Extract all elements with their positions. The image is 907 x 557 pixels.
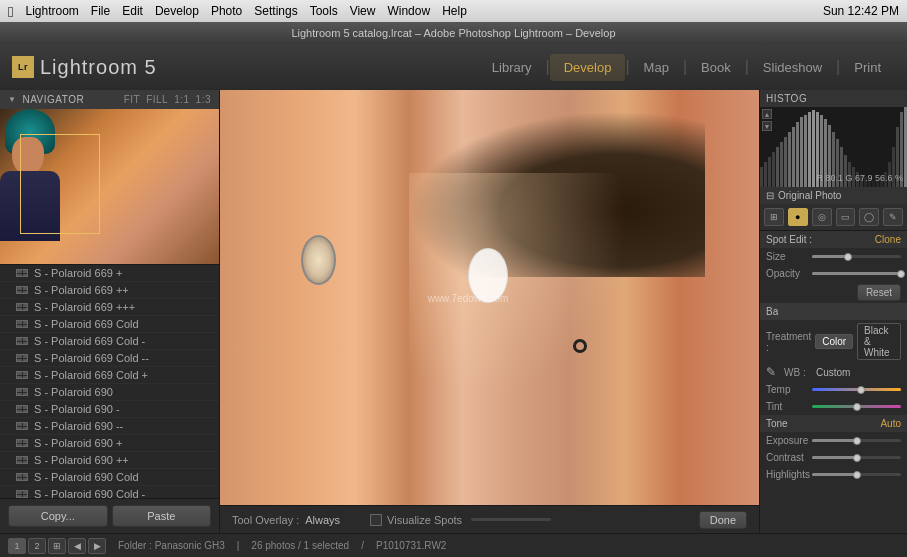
auto-label[interactable]: Auto <box>880 418 901 429</box>
navigator-preview[interactable] <box>0 109 219 264</box>
tint-slider[interactable] <box>812 405 901 408</box>
highlights-slider-thumb[interactable] <box>853 471 861 479</box>
preset-item[interactable]: S - Polaroid 690 - <box>0 401 219 418</box>
reset-button[interactable]: Reset <box>857 284 901 301</box>
wb-value[interactable]: Custom <box>816 367 850 378</box>
preset-icon <box>16 422 28 430</box>
preset-icon <box>16 473 28 481</box>
graduated-filter-icon[interactable]: ▭ <box>836 208 856 226</box>
main-image-area[interactable]: www.7edown.com <box>220 90 759 505</box>
nav-slideshow[interactable]: Slideshow <box>749 54 836 81</box>
preset-label: S - Polaroid 690 + <box>34 437 122 449</box>
right-panel: Histog ▲ ▼ <box>759 90 907 533</box>
temp-slider-thumb[interactable] <box>857 386 865 394</box>
size-slider[interactable] <box>812 255 901 258</box>
folder-label: Folder : Panasonic GH3 <box>118 540 225 551</box>
spot-edit-section: Spot Edit : Clone <box>760 231 907 248</box>
filmstrip-next-btn[interactable]: ▶ <box>88 538 106 554</box>
adjustment-brush-icon[interactable]: ✎ <box>883 208 903 226</box>
svg-rect-8 <box>792 127 795 187</box>
red-eye-tool-icon[interactable]: ◎ <box>812 208 832 226</box>
histogram-header: Histog <box>760 90 907 107</box>
menu-develop[interactable]: Develop <box>155 4 199 18</box>
highlights-slider[interactable] <box>812 473 901 476</box>
size-slider-thumb[interactable] <box>844 253 852 261</box>
size-slider-row: Size <box>760 248 907 265</box>
preset-item[interactable]: S - Polaroid 669 Cold - <box>0 333 219 350</box>
menu-tools[interactable]: Tools <box>310 4 338 18</box>
contrast-slider[interactable] <box>812 456 901 459</box>
copy-button[interactable]: Copy... <box>8 505 108 527</box>
temp-slider[interactable] <box>812 388 901 391</box>
preset-item[interactable]: S - Polaroid 690 Cold <box>0 469 219 486</box>
navigator-collapse-icon[interactable]: ▼ <box>8 95 16 104</box>
preset-label: S - Polaroid 669 ++ <box>34 284 129 296</box>
opacity-slider-thumb[interactable] <box>897 270 905 278</box>
preset-item[interactable]: S - Polaroid 669 ++ <box>0 282 219 299</box>
preset-item[interactable]: S - Polaroid 690 ++ <box>0 452 219 469</box>
filmstrip-btn-1[interactable]: 1 <box>8 538 26 554</box>
crop-tool-icon[interactable]: ⊞ <box>764 208 784 226</box>
bw-treatment-btn[interactable]: Black & White <box>857 323 901 360</box>
svg-rect-12 <box>808 112 811 187</box>
module-nav: Library | Develop | Map | Book | Slidesh… <box>478 54 895 81</box>
menu-help[interactable]: Help <box>442 4 467 18</box>
opacity-slider[interactable] <box>812 272 901 275</box>
preset-item[interactable]: S - Polaroid 669 Cold -- <box>0 350 219 367</box>
tone-label: Tone <box>766 418 788 429</box>
presets-list: S - Polaroid 669 +S - Polaroid 669 ++S -… <box>0 265 219 498</box>
preset-item[interactable]: S - Polaroid 690 <box>0 384 219 401</box>
filmstrip-grid-btn[interactable]: ⊞ <box>48 538 66 554</box>
visualize-spots-slider[interactable] <box>471 518 551 521</box>
nav-library[interactable]: Library <box>478 54 546 81</box>
menu-edit[interactable]: Edit <box>122 4 143 18</box>
svg-rect-1 <box>764 162 767 187</box>
nav-fill-btn[interactable]: FILL <box>146 94 168 105</box>
exposure-slider-thumb[interactable] <box>853 437 861 445</box>
preset-item[interactable]: S - Polaroid 690 + <box>0 435 219 452</box>
nav-print[interactable]: Print <box>840 54 895 81</box>
preset-item[interactable]: S - Polaroid 669 Cold <box>0 316 219 333</box>
paste-button[interactable]: Paste <box>112 505 212 527</box>
tool-overlay-value[interactable]: Always <box>305 514 340 526</box>
spot-edit-value[interactable]: Clone <box>875 234 901 245</box>
app-title: Lightroom 5 <box>40 56 157 79</box>
radial-filter-icon[interactable]: ◯ <box>859 208 879 226</box>
bottom-toolbar: Tool Overlay : Always Visualize Spots Do… <box>220 505 759 533</box>
apple-menu[interactable]:  <box>8 3 13 20</box>
visualize-spots-checkbox[interactable] <box>370 514 382 526</box>
done-button[interactable]: Done <box>699 511 747 529</box>
svg-rect-6 <box>784 137 787 187</box>
tint-slider-thumb[interactable] <box>853 403 861 411</box>
filmstrip-prev-btn[interactable]: ◀ <box>68 538 86 554</box>
nav-book[interactable]: Book <box>687 54 745 81</box>
preset-item[interactable]: S - Polaroid 669 Cold + <box>0 367 219 384</box>
nav-ratio-btn[interactable]: 1:3 <box>196 94 211 105</box>
contrast-slider-thumb[interactable] <box>853 454 861 462</box>
nav-fit-btn[interactable]: FIT <box>124 94 141 105</box>
menu-settings[interactable]: Settings <box>254 4 297 18</box>
preset-icon <box>16 337 28 345</box>
color-treatment-btn[interactable]: Color <box>815 334 853 349</box>
nav-map[interactable]: Map <box>630 54 683 81</box>
menu-file[interactable]: File <box>91 4 110 18</box>
exposure-slider-row: Exposure <box>760 432 907 449</box>
preset-item[interactable]: S - Polaroid 690 -- <box>0 418 219 435</box>
preset-item[interactable]: S - Polaroid 669 + <box>0 265 219 282</box>
preset-item[interactable]: S - Polaroid 669 +++ <box>0 299 219 316</box>
visualize-spots-group: Visualize Spots <box>370 514 551 526</box>
menu-photo[interactable]: Photo <box>211 4 242 18</box>
menu-lightroom[interactable]: Lightroom <box>25 4 78 18</box>
nav-1to1-btn[interactable]: 1:1 <box>174 94 189 105</box>
wb-eyedropper-icon[interactable]: ✎ <box>766 365 780 379</box>
opacity-slider-fill <box>812 272 901 275</box>
preset-item[interactable]: S - Polaroid 690 Cold - <box>0 486 219 498</box>
spot-removal-tool-icon[interactable]: ● <box>788 208 808 226</box>
exposure-label: Exposure <box>766 435 808 446</box>
menu-window[interactable]: Window <box>387 4 430 18</box>
menu-view[interactable]: View <box>350 4 376 18</box>
skin-highlight <box>409 173 652 422</box>
exposure-slider[interactable] <box>812 439 901 442</box>
nav-develop[interactable]: Develop <box>550 54 626 81</box>
filmstrip-btn-2[interactable]: 2 <box>28 538 46 554</box>
